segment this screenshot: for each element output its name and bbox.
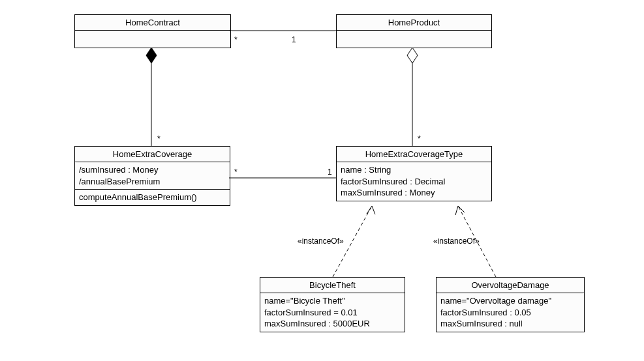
arrowhead-icon <box>367 206 375 214</box>
attributes: name : String factorSumInsured : Decimal… <box>337 162 491 201</box>
class-title: HomeProduct <box>337 15 491 31</box>
attr: name : String <box>341 164 487 176</box>
mult-label: 1 <box>328 167 332 177</box>
class-home-extra-coverage: HomeExtraCoverage /sumInsured : Money /a… <box>74 146 230 206</box>
class-overvoltage-damage: OvervoltageDamage name="Overvoltage dama… <box>436 277 585 332</box>
class-body <box>75 31 230 48</box>
operations: computeAnnualBasePremium() <box>75 190 230 205</box>
attr: /sumInsured : Money <box>79 164 226 176</box>
stereotype-label: «instanceOf» <box>298 237 344 246</box>
attributes: /sumInsured : Money /annualBasePremium <box>75 162 230 190</box>
attributes: name="Bicycle Theft" factorSumInsured = … <box>260 293 405 332</box>
attr: maxSumInsured : null <box>440 318 580 330</box>
class-title: OvervoltageDamage <box>437 278 584 293</box>
attr: /annualBasePremium <box>79 176 226 188</box>
mult-label: * <box>234 35 238 44</box>
class-title: BicycleTheft <box>260 278 405 293</box>
class-home-contract: HomeContract <box>74 14 231 48</box>
mult-label: * <box>418 134 421 143</box>
mult-label: * <box>157 134 161 143</box>
uml-canvas: HomeContract HomeProduct HomeExtraCovera… <box>0 0 644 361</box>
attr: name="Bicycle Theft" <box>264 295 401 307</box>
stereotype-label: «instanceOf» <box>433 237 480 246</box>
aggregation-diamond-icon <box>407 48 418 63</box>
op: computeAnnualBasePremium() <box>79 192 226 203</box>
class-body <box>337 31 491 48</box>
class-title: HomeExtraCoverageType <box>337 147 491 162</box>
attr: name="Overvoltage damage" <box>440 295 580 307</box>
attributes: name="Overvoltage damage" factorSumInsur… <box>437 293 584 332</box>
mult-label: 1 <box>292 35 296 44</box>
arrowhead-icon <box>455 206 465 215</box>
attr: factorSumInsured = 0.01 <box>264 307 401 319</box>
attr: maxSumInsured : Money <box>341 187 487 199</box>
class-home-product: HomeProduct <box>336 14 492 48</box>
class-title: HomeExtraCoverage <box>75 147 230 162</box>
composition-diamond-icon <box>146 48 157 63</box>
class-title: HomeContract <box>75 15 230 31</box>
mult-label: * <box>234 167 238 177</box>
attr: factorSumInsured : 0.05 <box>440 307 580 319</box>
attr: maxSumInsured : 5000EUR <box>264 318 401 330</box>
class-bicycle-theft: BicycleTheft name="Bicycle Theft" factor… <box>260 277 405 332</box>
class-home-extra-coverage-type: HomeExtraCoverageType name : String fact… <box>336 146 492 201</box>
attr: factorSumInsured : Decimal <box>341 176 487 188</box>
